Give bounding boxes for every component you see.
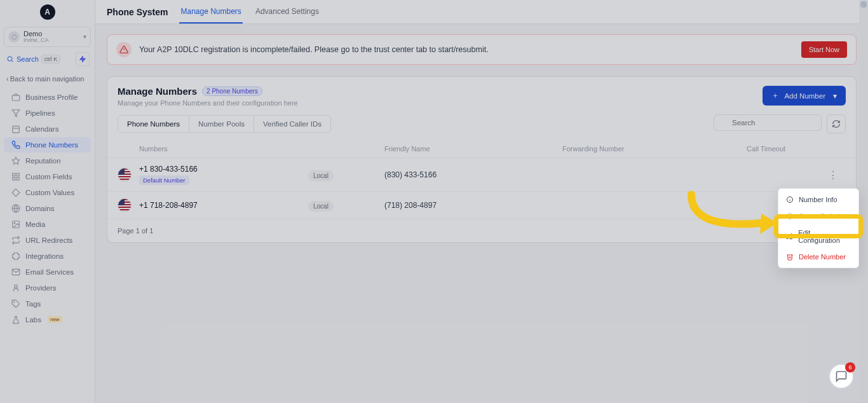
col-friendly: Friendly Name xyxy=(384,145,562,153)
table-search-wrap xyxy=(714,114,822,133)
svg-point-17 xyxy=(15,285,18,288)
table-row: +1 718-208-4897Local(718) 208-4897⋮ xyxy=(107,191,856,219)
col-timeout: Call Timeout xyxy=(747,145,820,153)
sidebar-item-email-services[interactable]: Email Services xyxy=(4,264,91,280)
friendly-name: (830) 433-5166 xyxy=(384,170,562,179)
tab-manage-numbers[interactable]: Manage Numbers xyxy=(179,1,242,24)
back-to-main-nav[interactable]: ‹ Back to main navigation xyxy=(0,71,95,89)
sidebar-item-pipelines[interactable]: Pipelines xyxy=(4,106,91,121)
phone-icon xyxy=(11,140,20,149)
sidebar-item-integrations[interactable]: Integrations xyxy=(4,249,91,264)
sidebar-item-custom-values[interactable]: Custom Values xyxy=(4,185,91,200)
sidebar-item-calendars[interactable]: Calendars xyxy=(4,121,91,137)
default-number-badge: Default Number xyxy=(139,175,189,185)
dropdown-set-default[interactable]: Set as Default xyxy=(778,208,858,224)
friendly-name: (718) 208-4897 xyxy=(384,201,562,210)
briefcase-icon xyxy=(11,93,20,102)
phone-number: +1 830-433-5166 xyxy=(139,165,198,174)
numbers-count-badge: 2 Phone Numbers xyxy=(202,86,262,96)
plus-icon: ＋ xyxy=(771,91,779,100)
number-type-pill: Local xyxy=(308,170,334,181)
diamond-icon xyxy=(11,188,20,197)
tab-advanced-settings[interactable]: Advanced Settings xyxy=(254,1,320,24)
sidebar-item-media[interactable]: Media xyxy=(4,217,91,232)
app-logo: A xyxy=(40,4,55,20)
settings-nav: Business ProfilePipelinesCalendarsPhone … xyxy=(0,89,95,403)
main: Phone System Manage NumbersAdvanced Sett… xyxy=(95,0,868,403)
svg-marker-2 xyxy=(80,56,86,62)
global-search-button[interactable]: Search ctrl K xyxy=(5,53,72,65)
svg-rect-5 xyxy=(13,126,20,133)
svg-rect-8 xyxy=(13,174,15,176)
search-shortcut: ctrl K xyxy=(41,55,61,64)
alert-start-now-button[interactable]: Start Now xyxy=(801,41,847,58)
page-header: Phone System Manage NumbersAdvanced Sett… xyxy=(95,0,868,24)
svg-marker-7 xyxy=(12,157,20,164)
account-avatar-icon: ◌ xyxy=(8,31,20,43)
sidebar-item-domains[interactable]: Domains xyxy=(4,201,91,216)
segment-phone-numbers[interactable]: Phone Numbers xyxy=(118,116,189,132)
star-icon xyxy=(11,156,20,165)
svg-point-24 xyxy=(787,214,793,219)
image-icon xyxy=(11,220,20,229)
sidebar-item-business-profile[interactable]: Business Profile xyxy=(4,90,91,105)
svg-rect-3 xyxy=(12,95,20,100)
account-switcher[interactable]: ◌ Demo Irvine, CA ▾ xyxy=(4,27,91,47)
dropdown-number-info[interactable]: Number Info xyxy=(778,191,858,208)
segment-number-pools[interactable]: Number Pools xyxy=(189,116,254,132)
account-location: Irvine, CA xyxy=(24,38,79,44)
alert-icon xyxy=(116,42,132,57)
table-row: +1 830-433-5166Default NumberLocal(830) … xyxy=(107,158,856,191)
chevron-down-icon: ▾ xyxy=(833,92,837,100)
svg-point-18 xyxy=(14,301,15,302)
add-number-button[interactable]: ＋ Add Number ▾ xyxy=(763,86,846,106)
flask-icon xyxy=(11,315,20,324)
number-view-tabs: Phone NumbersNumber PoolsVerified Caller… xyxy=(118,115,331,133)
sidebar-item-providers[interactable]: Providers xyxy=(4,280,91,296)
sidebar-item-labs[interactable]: Labsnew xyxy=(4,312,91,327)
refresh-button[interactable] xyxy=(827,114,846,133)
a2p-alert: Your A2P 10DLC registration is incomplet… xyxy=(107,34,857,65)
tag-icon xyxy=(11,299,20,308)
segment-verified-caller-ids[interactable]: Verified Caller IDs xyxy=(254,116,330,132)
globe-icon xyxy=(11,204,20,213)
col-forwarding: Forwarding Number xyxy=(562,145,747,153)
row-actions-dropdown: Number Info Set as Default Edit Configur… xyxy=(778,188,859,268)
svg-rect-11 xyxy=(17,177,19,180)
sidebar-item-url-redirects[interactable]: URL Redirects xyxy=(4,233,91,248)
table-search-input[interactable] xyxy=(714,114,822,131)
svg-rect-10 xyxy=(13,177,15,180)
logo-wrap: A xyxy=(0,0,95,24)
sidebar-item-phone-numbers[interactable]: Phone Numbers xyxy=(4,137,91,153)
sidebar-item-tags[interactable]: Tags xyxy=(4,296,91,311)
page-scrollbar[interactable] xyxy=(859,0,868,403)
us-flag-icon xyxy=(118,198,132,212)
panel-subtitle: Manage your Phone Numbers and their conf… xyxy=(118,99,298,107)
search-label: Search xyxy=(17,55,39,63)
new-badge: new xyxy=(48,316,62,323)
us-flag-icon xyxy=(118,168,132,182)
chat-widget-button[interactable]: 6 xyxy=(829,364,854,389)
page-title: Phone System xyxy=(107,7,168,17)
dropdown-edit-configuration[interactable]: Edit Configuration xyxy=(778,224,858,249)
user-icon xyxy=(11,283,20,292)
phone-number: +1 718-208-4897 xyxy=(139,201,198,210)
sidebar-item-reputation[interactable]: Reputation xyxy=(4,153,91,168)
arrows-icon xyxy=(11,236,20,245)
funnel-icon xyxy=(11,109,20,118)
sidebar-item-custom-fields[interactable]: Custom Fields xyxy=(4,169,91,184)
panel-title: Manage Numbers xyxy=(118,86,197,97)
svg-line-1 xyxy=(11,60,13,62)
pagination: Page 1 of 1 xyxy=(107,219,856,242)
puzzle-icon xyxy=(11,252,20,261)
svg-point-0 xyxy=(8,57,12,61)
calendar-icon xyxy=(11,125,20,133)
row-actions-button[interactable]: ⋮ xyxy=(820,169,846,181)
sidebar: A ◌ Demo Irvine, CA ▾ Search ctrl K ‹ Ba… xyxy=(0,0,95,403)
table-header: Numbers Friendly Name Forwarding Number … xyxy=(107,140,856,158)
grid-icon xyxy=(11,172,20,181)
svg-point-15 xyxy=(14,222,15,224)
chat-badge: 6 xyxy=(845,362,855,372)
quick-actions-button[interactable] xyxy=(76,52,90,66)
dropdown-delete-number[interactable]: Delete Number xyxy=(778,249,858,265)
